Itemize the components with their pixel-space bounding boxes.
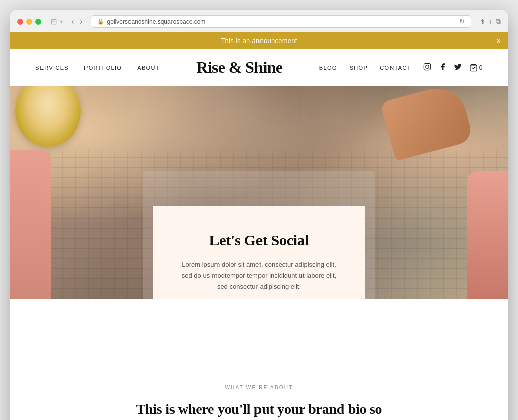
social-card-body: Lorem ipsum dolor sit amet, consectur ad… <box>178 259 340 292</box>
announcement-text: This is an announcement <box>221 37 297 45</box>
fullscreen-traffic-light[interactable] <box>35 19 41 25</box>
browser-sidebar-toggle[interactable]: ⊟ ▼ <box>51 17 64 26</box>
svg-point-2 <box>429 65 429 65</box>
announcement-bar: This is an announcement × <box>10 32 508 49</box>
address-bar[interactable]: 🔒 goliverseandshine.squarespace.com ↻ <box>91 15 471 28</box>
nav-contact-link[interactable]: CONTACT <box>380 65 411 71</box>
windows-button[interactable]: ⧉ <box>496 17 501 26</box>
announcement-close-button[interactable]: × <box>497 37 501 45</box>
browser-chrome: ⊟ ▼ ‹ › 🔒 goliverseandshine.squarespace.… <box>10 10 508 32</box>
traffic-lights <box>17 19 41 25</box>
nav-services-link[interactable]: SERVICES <box>35 65 69 71</box>
site-logo[interactable]: Rise & Shine <box>160 58 319 77</box>
social-card-title: Let's Get Social <box>178 232 340 249</box>
instagram-icon[interactable] <box>423 63 431 72</box>
browser-nav-buttons: ‹ › <box>69 16 85 27</box>
about-headline: This is where you'll put your brand bio … <box>112 399 406 420</box>
browser-action-buttons: ⬆ + ⧉ <box>480 17 501 26</box>
site-content: This is an announcement × SERVICES PORTF… <box>10 32 508 420</box>
lock-icon: 🔒 <box>97 18 104 25</box>
about-label: WHAT WE'RE ABOUT <box>71 385 447 390</box>
nav-social-icons: 0 <box>423 63 483 72</box>
forward-button[interactable]: › <box>77 16 85 27</box>
browser-window: ⊟ ▼ ‹ › 🔒 goliverseandshine.squarespace.… <box>10 10 508 420</box>
nav-shop-link[interactable]: SHOP <box>350 65 368 71</box>
nav-portfolio-link[interactable]: PORTFOLIO <box>84 65 122 71</box>
nav-left-links: SERVICES PORTFOLIO ABOUT <box>35 65 160 71</box>
hero-section: Let's Get Social Lorem ipsum dolor sit a… <box>10 86 508 299</box>
new-tab-button[interactable]: + <box>489 18 493 26</box>
refresh-button[interactable]: ↻ <box>459 18 465 25</box>
close-traffic-light[interactable] <box>17 19 23 25</box>
social-card: Let's Get Social Lorem ipsum dolor sit a… <box>153 206 365 299</box>
pink-fabric-right <box>467 171 508 299</box>
url-text: goliverseandshine.squarespace.com <box>107 18 206 25</box>
minimize-traffic-light[interactable] <box>26 19 32 25</box>
svg-rect-0 <box>424 63 430 70</box>
nav-right-area: BLOG SHOP CONTACT <box>319 63 483 72</box>
facebook-icon[interactable] <box>439 63 447 72</box>
share-button[interactable]: ⬆ <box>480 18 486 26</box>
pink-fabric-left <box>10 150 51 299</box>
nav-blog-link[interactable]: BLOG <box>319 65 337 71</box>
svg-point-1 <box>425 65 429 69</box>
cart-button[interactable]: 0 <box>469 64 483 72</box>
cart-count: 0 <box>479 65 483 71</box>
back-button[interactable]: ‹ <box>69 16 76 27</box>
nav-about-link[interactable]: ABOUT <box>137 65 160 71</box>
twitter-icon[interactable] <box>454 63 462 72</box>
navigation: SERVICES PORTFOLIO ABOUT Rise & Shine BL… <box>10 49 508 86</box>
about-section: WHAT WE'RE ABOUT This is where you'll pu… <box>10 299 508 420</box>
